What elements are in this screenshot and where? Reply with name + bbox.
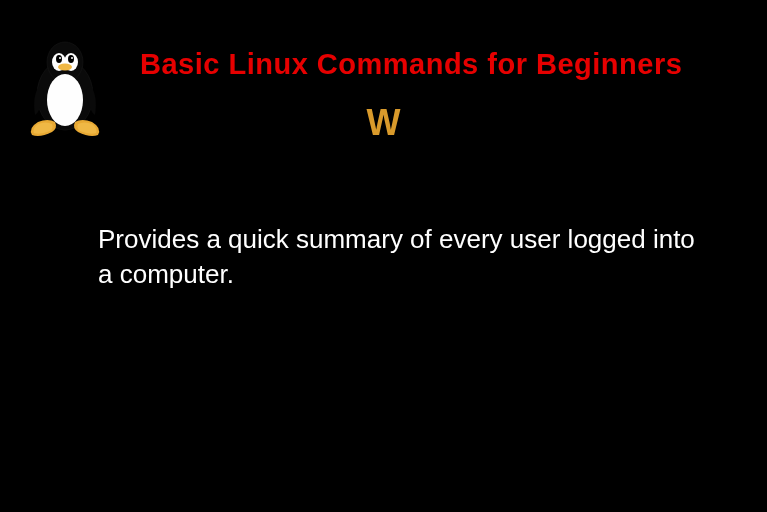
svg-point-9: [58, 64, 72, 71]
command-name: W: [0, 102, 767, 144]
slide-title: Basic Linux Commands for Beginners: [140, 48, 747, 81]
svg-point-7: [59, 57, 61, 59]
svg-point-8: [71, 57, 73, 59]
svg-point-6: [68, 55, 74, 63]
svg-point-5: [56, 55, 62, 63]
command-description: Provides a quick summary of every user l…: [98, 222, 707, 292]
